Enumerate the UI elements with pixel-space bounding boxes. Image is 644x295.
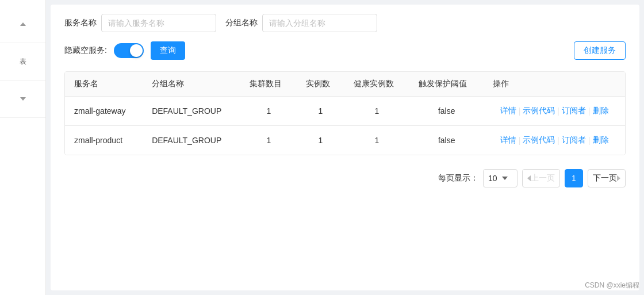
prev-btn-label: 上一页 — [531, 173, 555, 183]
td-group-name: DEFAULT_GROUP — [143, 97, 240, 126]
service-name-label: 服务名称 — [64, 18, 97, 28]
table-header-row: 服务名 分组名称 集群数目 实例数 健康实例数 触发保护阈值 操作 — [65, 72, 625, 97]
action-link-订阅者[interactable]: 订阅者 — [562, 106, 586, 116]
hide-empty-toggle[interactable] — [114, 43, 144, 58]
hide-empty-label: 隐藏空服务: — [64, 45, 107, 56]
td-service-name: zmall-gateway — [65, 97, 143, 126]
watermark: CSDN @xxie编程 — [585, 281, 639, 290]
th-service-name: 服务名 — [65, 72, 143, 97]
pagination: 每页显示： 10 上一页 1 下一页 — [64, 164, 626, 192]
main-content: 服务名称 分组名称 隐藏空服务: 查询 创建服务 — [51, 5, 639, 290]
td-protect-threshold: false — [409, 126, 484, 155]
sidebar-section-top — [0, 6, 45, 43]
td-healthy-instance: 1 — [344, 97, 409, 126]
per-page-value: 10 — [488, 174, 497, 183]
th-healthy-instance: 健康实例数 — [344, 72, 409, 97]
query-button[interactable]: 查询 — [151, 41, 185, 60]
action-links: 详情 | 示例代码 | 订阅者 | 删除 — [493, 135, 616, 145]
service-name-group: 服务名称 — [64, 14, 216, 32]
service-table-container: 服务名 分组名称 集群数目 实例数 健康实例数 触发保护阈值 操作 zmall-… — [64, 71, 626, 155]
action-link-订阅者[interactable]: 订阅者 — [562, 135, 586, 145]
toggle-knob — [130, 44, 143, 57]
td-instance-count: 1 — [297, 97, 344, 126]
chevron-down-icon — [20, 97, 26, 101]
next-page-button[interactable]: 下一页 — [588, 169, 626, 187]
service-table: 服务名 分组名称 集群数目 实例数 健康实例数 触发保护阈值 操作 zmall-… — [65, 72, 625, 155]
action-separator: | — [557, 136, 559, 145]
action-link-删除[interactable]: 删除 — [593, 106, 609, 116]
action-link-示例代码[interactable]: 示例代码 — [523, 106, 555, 116]
sidebar: 表 — [0, 0, 46, 295]
filter-row-1: 服务名称 分组名称 — [64, 14, 626, 32]
table-body: zmall-gatewayDEFAULT_GROUP111false详情 | 示… — [65, 97, 625, 155]
td-cluster-count: 1 — [240, 97, 297, 126]
table-label: 表 — [20, 57, 26, 67]
th-actions: 操作 — [484, 72, 625, 97]
td-actions: 详情 | 示例代码 | 订阅者 | 删除 — [484, 97, 625, 126]
th-group-name: 分组名称 — [143, 72, 240, 97]
group-name-group: 分组名称 — [225, 14, 377, 32]
action-separator: | — [519, 106, 521, 116]
filter-row-2: 隐藏空服务: 查询 创建服务 — [64, 41, 626, 60]
sidebar-section-table: 表 — [0, 43, 45, 81]
td-group-name: DEFAULT_GROUP — [143, 126, 240, 155]
filter-row-2-left: 隐藏空服务: 查询 — [64, 41, 185, 60]
td-service-name: zmall-product — [65, 126, 143, 155]
td-actions: 详情 | 示例代码 | 订阅者 | 删除 — [484, 126, 625, 155]
action-link-示例代码[interactable]: 示例代码 — [523, 135, 555, 145]
create-service-button[interactable]: 创建服务 — [574, 41, 626, 60]
action-separator: | — [519, 136, 521, 145]
per-page-select[interactable]: 10 — [483, 169, 518, 187]
th-protect-threshold: 触发保护阈值 — [409, 72, 484, 97]
action-link-详情[interactable]: 详情 — [500, 106, 516, 116]
th-instance-count: 实例数 — [297, 72, 344, 97]
next-chevron-icon — [617, 175, 620, 181]
per-page-label: 每页显示： — [438, 173, 478, 183]
table-row: zmall-productDEFAULT_GROUP111false详情 | 示… — [65, 126, 625, 155]
select-chevron-icon — [502, 177, 508, 180]
service-name-input[interactable] — [101, 14, 216, 32]
page-1-button[interactable]: 1 — [565, 169, 583, 187]
group-name-label: 分组名称 — [225, 18, 258, 28]
action-separator: | — [588, 106, 591, 116]
td-healthy-instance: 1 — [344, 126, 409, 155]
action-links: 详情 | 示例代码 | 订阅者 | 删除 — [493, 106, 616, 116]
action-link-详情[interactable]: 详情 — [500, 135, 516, 145]
sidebar-collapse-top[interactable] — [6, 13, 40, 36]
chevron-up-icon — [20, 22, 26, 26]
next-btn-label: 下一页 — [593, 173, 617, 183]
sidebar-item-table[interactable]: 表 — [6, 50, 40, 73]
group-name-input[interactable] — [262, 14, 377, 32]
action-link-删除[interactable]: 删除 — [593, 135, 609, 145]
sidebar-section-bottom — [0, 81, 45, 118]
th-cluster-count: 集群数目 — [240, 72, 297, 97]
table-row: zmall-gatewayDEFAULT_GROUP111false详情 | 示… — [65, 97, 625, 126]
td-cluster-count: 1 — [240, 126, 297, 155]
sidebar-collapse-bottom[interactable] — [6, 87, 40, 110]
action-separator: | — [588, 136, 591, 145]
prev-page-button[interactable]: 上一页 — [522, 169, 560, 187]
action-separator: | — [557, 106, 559, 116]
td-protect-threshold: false — [409, 97, 484, 126]
td-instance-count: 1 — [297, 126, 344, 155]
